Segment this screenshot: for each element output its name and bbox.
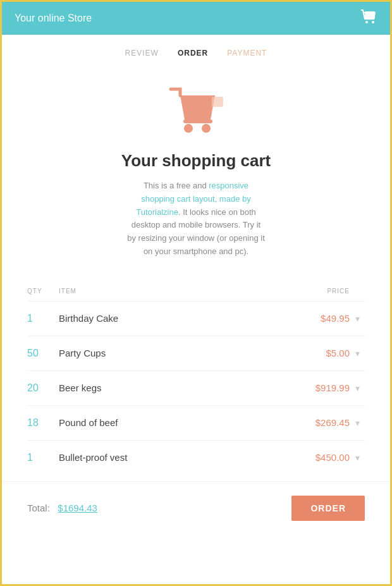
table-row: 18 Pound of beef $269.45 ▾: [27, 405, 365, 440]
row-price-3: $919.99: [293, 382, 350, 393]
chevron-down-icon[interactable]: ▾: [355, 453, 360, 463]
app-frame: Your online Store REVIEW ORDER PAYMENT: [0, 0, 392, 586]
row-price-5: $450.00: [293, 452, 350, 463]
chevron-down-icon[interactable]: ▾: [355, 314, 360, 324]
row-action-1[interactable]: ▾: [350, 313, 365, 324]
row-action-3[interactable]: ▾: [350, 382, 365, 394]
chevron-down-icon[interactable]: ▾: [355, 418, 360, 428]
row-price-1: $49.95: [293, 313, 350, 324]
row-item-5: Bullet-proof vest: [59, 452, 293, 463]
table-header: QTY ITEM PRICE: [27, 284, 365, 298]
step-review[interactable]: REVIEW: [125, 49, 159, 58]
chevron-down-icon[interactable]: ▾: [355, 348, 360, 358]
row-item-3: Beer kegs: [59, 382, 293, 393]
svg-rect-3: [183, 119, 212, 123]
step-order[interactable]: ORDER: [178, 49, 208, 58]
items-table: QTY ITEM PRICE 1 Birthday Cake $49.95 ▾ …: [2, 284, 390, 475]
cart-icon: [360, 9, 377, 28]
table-row: 50 Party Cups $5.00 ▾: [27, 336, 365, 370]
cart-title: Your shopping cart: [121, 151, 271, 171]
row-action-4[interactable]: ▾: [350, 417, 365, 429]
footer-bar: Total: $1694.43 ORDER: [2, 481, 390, 535]
header-qty: QTY: [27, 288, 59, 295]
row-qty-4: 18: [27, 417, 59, 429]
header: Your online Store: [2, 2, 390, 35]
row-qty-2: 50: [27, 348, 59, 359]
header-price: PRICE: [293, 288, 350, 295]
order-button[interactable]: ORDER: [291, 496, 365, 521]
row-price-2: $5.00: [293, 348, 350, 358]
step-payment[interactable]: PAYMENT: [227, 49, 267, 58]
svg-rect-6: [212, 97, 223, 107]
row-item-2: Party Cups: [59, 348, 293, 358]
row-item-1: Birthday Cake: [59, 313, 293, 324]
cart-description: This is a free and responsive shopping c…: [89, 180, 303, 259]
total-section: Total: $1694.43: [27, 503, 97, 514]
row-action-2[interactable]: ▾: [350, 348, 365, 359]
row-item-4: Pound of beef: [59, 417, 293, 428]
row-qty-3: 20: [27, 382, 59, 394]
total-amount: $1694.43: [58, 503, 97, 513]
svg-point-5: [202, 124, 211, 133]
header-item: ITEM: [59, 288, 293, 295]
table-row: 1 Birthday Cake $49.95 ▾: [27, 301, 365, 336]
table-row: 1 Bullet-proof vest $450.00 ▾: [27, 440, 365, 475]
row-price-4: $269.45: [293, 417, 350, 428]
row-qty-5: 1: [27, 452, 59, 463]
cart-hero: Your shopping cart This is a free and re…: [2, 64, 390, 284]
svg-point-4: [184, 124, 193, 133]
steps-nav: REVIEW ORDER PAYMENT: [2, 35, 390, 64]
cart-illustration: [161, 83, 231, 140]
row-action-5[interactable]: ▾: [350, 452, 365, 463]
row-qty-1: 1: [27, 313, 59, 324]
svg-point-2: [372, 21, 374, 23]
chevron-down-icon[interactable]: ▾: [355, 383, 360, 393]
svg-point-1: [365, 21, 368, 23]
table-row: 20 Beer kegs $919.99 ▾: [27, 370, 365, 405]
store-title: Your online Store: [15, 13, 92, 24]
total-label: Total:: [27, 503, 50, 513]
